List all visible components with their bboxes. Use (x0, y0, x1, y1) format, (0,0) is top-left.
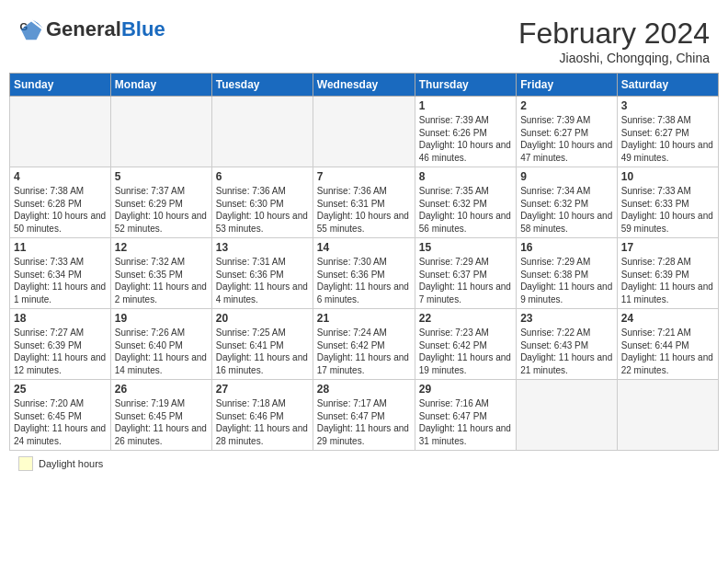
day-number: 25 (14, 383, 107, 396)
calendar-cell: 15Sunrise: 7:29 AM Sunset: 6:37 PM Dayli… (415, 238, 516, 309)
day-info: Sunrise: 7:31 AM Sunset: 6:36 PM Dayligh… (216, 256, 309, 305)
day-number: 6 (216, 170, 309, 183)
day-info: Sunrise: 7:25 AM Sunset: 6:41 PM Dayligh… (216, 327, 309, 376)
calendar-row: 11Sunrise: 7:33 AM Sunset: 6:34 PM Dayli… (10, 238, 719, 309)
weekday-header-cell: Tuesday (211, 74, 313, 97)
weekday-header-cell: Monday (110, 74, 211, 97)
calendar-cell: 28Sunrise: 7:17 AM Sunset: 6:47 PM Dayli… (313, 380, 415, 451)
calendar-cell: 21Sunrise: 7:24 AM Sunset: 6:42 PM Dayli… (313, 309, 415, 380)
calendar-cell (10, 97, 111, 167)
month-title: February 2024 (518, 17, 710, 51)
day-info: Sunrise: 7:39 AM Sunset: 6:27 PM Dayligh… (520, 114, 613, 164)
calendar-cell: 25Sunrise: 7:20 AM Sunset: 6:45 PM Dayli… (10, 380, 111, 451)
calendar-cell: 16Sunrise: 7:29 AM Sunset: 6:38 PM Dayli… (517, 238, 618, 309)
calendar-cell: 4Sunrise: 7:38 AM Sunset: 6:28 PM Daylig… (10, 167, 111, 238)
day-info: Sunrise: 7:35 AM Sunset: 6:32 PM Dayligh… (419, 185, 512, 235)
day-number: 27 (216, 383, 309, 396)
weekday-header-cell: Wednesday (313, 74, 415, 97)
day-info: Sunrise: 7:38 AM Sunset: 6:28 PM Dayligh… (14, 185, 107, 235)
day-number: 20 (216, 312, 309, 325)
logo-icon: G (18, 17, 44, 42)
calendar-cell: 12Sunrise: 7:32 AM Sunset: 6:35 PM Dayli… (110, 238, 211, 309)
day-info: Sunrise: 7:28 AM Sunset: 6:39 PM Dayligh… (621, 256, 714, 305)
day-info: Sunrise: 7:36 AM Sunset: 6:31 PM Dayligh… (317, 185, 411, 235)
logo-general: General (46, 17, 121, 40)
day-number: 19 (115, 312, 208, 325)
calendar-cell (617, 380, 718, 451)
logo: G GeneralBlue (18, 17, 165, 42)
calendar-cell: 13Sunrise: 7:31 AM Sunset: 6:36 PM Dayli… (211, 238, 313, 309)
day-info: Sunrise: 7:27 AM Sunset: 6:39 PM Dayligh… (14, 327, 107, 376)
weekday-header-cell: Thursday (415, 74, 516, 97)
day-info: Sunrise: 7:30 AM Sunset: 6:36 PM Dayligh… (317, 256, 411, 305)
calendar-row: 1Sunrise: 7:39 AM Sunset: 6:26 PM Daylig… (10, 97, 719, 167)
calendar-cell (211, 97, 313, 167)
weekday-header-row: SundayMondayTuesdayWednesdayThursdayFrid… (10, 74, 719, 97)
calendar-cell: 14Sunrise: 7:30 AM Sunset: 6:36 PM Dayli… (313, 238, 415, 309)
calendar-cell: 3Sunrise: 7:38 AM Sunset: 6:27 PM Daylig… (617, 97, 718, 167)
day-number: 12 (115, 241, 208, 254)
calendar-cell (517, 380, 618, 451)
day-number: 15 (419, 241, 512, 254)
day-number: 18 (14, 312, 107, 325)
day-info: Sunrise: 7:38 AM Sunset: 6:27 PM Dayligh… (621, 114, 714, 164)
calendar-cell: 24Sunrise: 7:21 AM Sunset: 6:44 PM Dayli… (617, 309, 718, 380)
day-info: Sunrise: 7:37 AM Sunset: 6:29 PM Dayligh… (115, 185, 208, 235)
weekday-header-cell: Sunday (10, 74, 111, 97)
day-info: Sunrise: 7:33 AM Sunset: 6:34 PM Dayligh… (14, 256, 107, 305)
day-number: 14 (317, 241, 411, 254)
day-info: Sunrise: 7:36 AM Sunset: 6:30 PM Dayligh… (216, 185, 309, 235)
day-number: 3 (621, 99, 714, 112)
day-number: 11 (14, 241, 107, 254)
day-number: 24 (621, 312, 714, 325)
calendar-row: 25Sunrise: 7:20 AM Sunset: 6:45 PM Dayli… (10, 380, 719, 451)
day-info: Sunrise: 7:20 AM Sunset: 6:45 PM Dayligh… (14, 397, 107, 447)
calendar-cell: 8Sunrise: 7:35 AM Sunset: 6:32 PM Daylig… (415, 167, 516, 238)
calendar-cell: 7Sunrise: 7:36 AM Sunset: 6:31 PM Daylig… (313, 167, 415, 238)
calendar-cell: 29Sunrise: 7:16 AM Sunset: 6:47 PM Dayli… (415, 380, 516, 451)
day-number: 22 (419, 312, 512, 325)
title-area: February 2024 Jiaoshi, Chongqing, China (518, 17, 710, 65)
calendar-cell: 9Sunrise: 7:34 AM Sunset: 6:32 PM Daylig… (517, 167, 618, 238)
day-number: 21 (317, 312, 411, 325)
calendar-body: 1Sunrise: 7:39 AM Sunset: 6:26 PM Daylig… (10, 97, 719, 451)
calendar-cell: 18Sunrise: 7:27 AM Sunset: 6:39 PM Dayli… (10, 309, 111, 380)
day-info: Sunrise: 7:22 AM Sunset: 6:43 PM Dayligh… (520, 327, 613, 376)
calendar-cell: 17Sunrise: 7:28 AM Sunset: 6:39 PM Dayli… (617, 238, 718, 309)
calendar-cell (110, 97, 211, 167)
day-info: Sunrise: 7:18 AM Sunset: 6:46 PM Dayligh… (216, 397, 309, 447)
calendar-row: 18Sunrise: 7:27 AM Sunset: 6:39 PM Dayli… (10, 309, 719, 380)
calendar: SundayMondayTuesdayWednesdayThursdayFrid… (9, 73, 719, 451)
calendar-cell: 2Sunrise: 7:39 AM Sunset: 6:27 PM Daylig… (517, 97, 618, 167)
calendar-cell: 19Sunrise: 7:26 AM Sunset: 6:40 PM Dayli… (110, 309, 211, 380)
calendar-cell: 26Sunrise: 7:19 AM Sunset: 6:45 PM Dayli… (110, 380, 211, 451)
day-number: 1 (419, 99, 512, 112)
legend-label: Daylight hours (39, 458, 103, 469)
legend: Daylight hours (9, 456, 719, 471)
day-number: 10 (621, 170, 714, 183)
day-info: Sunrise: 7:39 AM Sunset: 6:26 PM Dayligh… (419, 114, 512, 164)
day-info: Sunrise: 7:19 AM Sunset: 6:45 PM Dayligh… (115, 397, 208, 447)
day-number: 7 (317, 170, 411, 183)
day-info: Sunrise: 7:32 AM Sunset: 6:35 PM Dayligh… (115, 256, 208, 305)
day-number: 4 (14, 170, 107, 183)
calendar-cell: 20Sunrise: 7:25 AM Sunset: 6:41 PM Dayli… (211, 309, 313, 380)
day-number: 23 (520, 312, 613, 325)
calendar-cell: 6Sunrise: 7:36 AM Sunset: 6:30 PM Daylig… (211, 167, 313, 238)
day-number: 17 (621, 241, 714, 254)
day-number: 2 (520, 99, 613, 112)
weekday-header-cell: Saturday (617, 74, 718, 97)
day-number: 29 (419, 383, 512, 396)
calendar-cell: 10Sunrise: 7:33 AM Sunset: 6:33 PM Dayli… (617, 167, 718, 238)
day-info: Sunrise: 7:24 AM Sunset: 6:42 PM Dayligh… (317, 327, 411, 376)
day-info: Sunrise: 7:23 AM Sunset: 6:42 PM Dayligh… (419, 327, 512, 376)
day-number: 26 (115, 383, 208, 396)
location: Jiaoshi, Chongqing, China (518, 51, 710, 65)
day-info: Sunrise: 7:29 AM Sunset: 6:38 PM Dayligh… (520, 256, 613, 305)
day-info: Sunrise: 7:29 AM Sunset: 6:37 PM Dayligh… (419, 256, 512, 305)
logo-blue: Blue (121, 17, 165, 40)
day-info: Sunrise: 7:17 AM Sunset: 6:47 PM Dayligh… (317, 397, 411, 447)
day-number: 8 (419, 170, 512, 183)
day-info: Sunrise: 7:26 AM Sunset: 6:40 PM Dayligh… (115, 327, 208, 376)
header: G GeneralBlue February 2024 Jiaoshi, Cho… (9, 9, 719, 69)
